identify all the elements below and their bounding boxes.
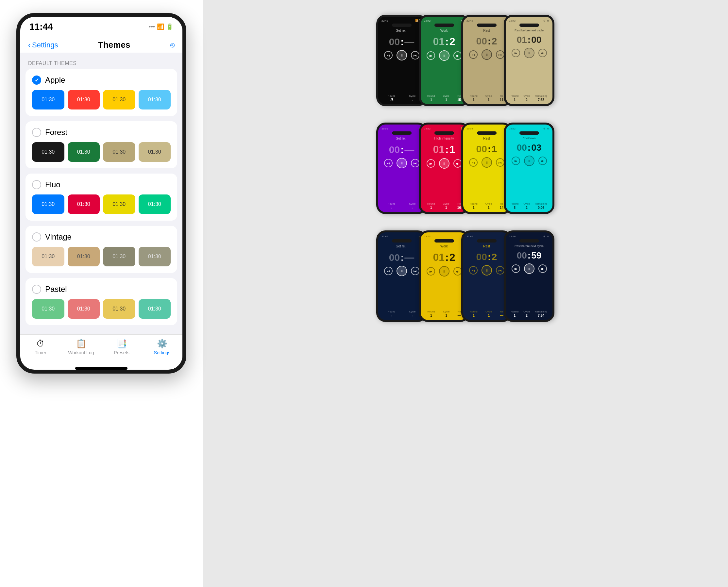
swatch-apple-4: 01:30 xyxy=(139,90,171,110)
pause-btn-r1p2[interactable]: ⏸ xyxy=(439,50,449,61)
back-btn-r1p3[interactable]: ⏮ xyxy=(469,50,477,59)
tab-presets[interactable]: 📑 Presets xyxy=(109,338,135,355)
back-btn-r3p4[interactable]: ⏮ xyxy=(512,264,520,273)
pause-btn-r1p3[interactable]: ⏸ xyxy=(482,49,492,60)
footer-r3p1: Round- Cycle- xyxy=(378,310,425,318)
pause-btn-r1p1[interactable]: ⏸ xyxy=(397,50,407,61)
pause-btn-r1p4[interactable]: ⏸ xyxy=(524,48,535,58)
swatch-forest-3: 01:30 xyxy=(103,142,135,162)
timer-r2p1: 00 : — xyxy=(381,144,422,155)
theme-card-vintage[interactable]: Vintage 01:30 01:30 01:30 01:30 xyxy=(25,226,177,273)
footer-r1p2: Round1 Cycle1 Re15 xyxy=(421,94,467,102)
fwd-btn-r3p1[interactable]: ⏭ xyxy=(411,267,419,275)
pause-btn-r3p3[interactable]: ⏸ xyxy=(482,265,492,276)
theme-title-row-pastel: Pastel xyxy=(32,285,171,294)
back-btn-r3p1[interactable]: ⏮ xyxy=(384,267,393,275)
back-btn-r2p4[interactable]: ⏮ xyxy=(512,157,520,165)
theme-card-fluo[interactable]: Fluo 01:30 01:30 01:30 01:30 xyxy=(25,173,177,220)
tab-workout-log[interactable]: 📋 Workout Log xyxy=(68,338,94,355)
nav-bar: ‹ Settings Themes ⎋ xyxy=(20,34,182,53)
swatch-vintage-1: 01:30 xyxy=(32,247,64,266)
theme-card-apple[interactable]: ✓ Apple 01:30 01:30 01:30 01:30 xyxy=(25,69,177,116)
back-btn-r2p2[interactable]: ⏮ xyxy=(427,159,435,168)
label-r3p1: Get re... xyxy=(381,244,422,248)
fwd-btn-r3p2[interactable]: ⏭ xyxy=(453,267,462,276)
footer-r1p1: Round-/3 Cycle- xyxy=(378,94,425,102)
timer-r2p4: 00 : 03 xyxy=(509,142,549,153)
footer-r3p4: Round1 Cycle2 Remaining7:54 xyxy=(506,310,553,318)
vintage-swatches: 01:30 01:30 01:30 01:30 xyxy=(32,247,171,266)
theme-name-fluo: Fluo xyxy=(45,180,61,189)
fwd-btn-r3p4[interactable]: ⏭ xyxy=(538,264,547,273)
fwd-btn-r1p1[interactable]: ⏭ xyxy=(411,51,419,60)
swatch-fluo-1: 01:30 xyxy=(32,194,64,214)
pause-btn-r2p2[interactable]: ⏸ xyxy=(439,158,449,169)
pause-btn-r3p1[interactable]: ⏸ xyxy=(397,266,407,276)
fwd-btn-r1p2[interactable]: ⏭ xyxy=(453,51,462,60)
theme-name-pastel: Pastel xyxy=(45,285,67,294)
back-btn-r3p3[interactable]: ⏮ xyxy=(469,266,477,275)
swatch-apple-3: 01:30 xyxy=(103,90,135,110)
settings-icon: ⚙️ xyxy=(157,338,167,349)
fwd-btn-r2p4[interactable]: ⏭ xyxy=(538,157,547,165)
label-r3p2: Work xyxy=(424,244,464,248)
back-btn-r1p2[interactable]: ⏮ xyxy=(427,51,435,60)
screen-r1p4: 22:43 ⊙⊗ Rest before next cycle 01 : 00 … xyxy=(506,17,553,104)
radio-fluo[interactable] xyxy=(32,180,41,189)
swatch-forest-2: 01:30 xyxy=(68,142,100,162)
back-btn-r1p1[interactable]: ⏮ xyxy=(384,51,393,60)
back-button[interactable]: ‹ Settings xyxy=(28,41,58,50)
back-btn-r1p4[interactable]: ⏮ xyxy=(512,49,520,57)
swatch-vintage-3: 01:30 xyxy=(103,247,135,266)
notch-r2p1 xyxy=(392,132,412,135)
phone-row-3: 22:46●● Get re... 00 : — ⏮ ⏸ ⏭ Round- Cy… xyxy=(212,226,718,327)
share-icon[interactable]: ⎋ xyxy=(170,41,174,49)
swatch-pastel-2: 01:30 xyxy=(68,299,100,319)
pause-btn-r3p4[interactable]: ⏸ xyxy=(524,263,535,274)
timer-r3p1: 00 : — xyxy=(381,252,422,263)
pastel-swatches: 01:30 01:30 01:30 01:30 xyxy=(32,299,171,319)
tab-settings[interactable]: ⚙️ Settings xyxy=(149,338,175,355)
pause-btn-r2p4[interactable]: ⏸ xyxy=(524,156,535,166)
screen-r3p1: 22:46●● Get re... 00 : — ⏮ ⏸ ⏭ Round- Cy… xyxy=(378,232,425,320)
screen-r1p2: 22:42 ●● Work 01 : 2 ⏮ ⏸ ⏭ Round1 Cycle xyxy=(421,17,467,104)
fwd-btn-r3p3[interactable]: ⏭ xyxy=(496,266,504,275)
footer-r2p1: Round- Cycle- xyxy=(378,202,425,210)
timer-r1p3: 00 : 2 xyxy=(467,36,507,47)
radio-vintage[interactable] xyxy=(32,232,41,241)
radio-pastel[interactable] xyxy=(32,285,41,294)
radio-forest[interactable] xyxy=(32,128,41,137)
theme-card-forest[interactable]: Forest 01:30 01:30 01:30 01:30 xyxy=(25,121,177,168)
tab-settings-label: Settings xyxy=(154,350,171,355)
fwd-btn-r2p1[interactable]: ⏭ xyxy=(411,159,419,167)
wifi-icon: 📶 xyxy=(157,23,164,30)
footer-r3p3: Round1 Cycle1 Re— xyxy=(463,310,510,318)
status-r3p3: 22:46● xyxy=(467,235,507,238)
back-btn-r2p3[interactable]: ⏮ xyxy=(469,158,477,167)
fwd-btn-r2p2[interactable]: ⏭ xyxy=(453,159,462,168)
controls-r1p1: ⏮ ⏸ ⏭ xyxy=(381,50,422,61)
theme-card-pastel[interactable]: Pastel 01:30 01:30 01:30 01:30 xyxy=(25,278,177,325)
pause-btn-r2p3[interactable]: ⏸ xyxy=(482,157,492,168)
status-r1p1: 22:41 📶🔋 xyxy=(381,19,422,22)
notch-r3p3 xyxy=(477,239,497,242)
pause-btn-r3p2[interactable]: ⏸ xyxy=(439,266,449,277)
back-btn-r2p1[interactable]: ⏮ xyxy=(384,159,393,167)
fwd-btn-r1p3[interactable]: ⏭ xyxy=(496,50,504,59)
fwd-btn-r2p3[interactable]: ⏭ xyxy=(496,158,504,167)
swatch-forest-4: 01:30 xyxy=(139,142,171,162)
iphone-frame: 11:44 ••• 📶 🔋 ‹ Settings Themes ⎋ DEFAUL… xyxy=(16,13,186,374)
controls-r3p4: ⏮ ⏸ ⏭ xyxy=(509,263,549,274)
status-r2p3: 15:52● xyxy=(467,127,507,130)
timer-r3p2: 01 : 2 xyxy=(424,251,464,263)
back-btn-r3p2[interactable]: ⏮ xyxy=(427,267,435,276)
tab-timer[interactable]: ⏱ Timer xyxy=(27,338,54,355)
right-panel: 22:41 📶🔋 Get re... 00 : — ⏮ ⏸ ⏭ Round-/3 xyxy=(203,0,728,587)
label-r2p1: Get re... xyxy=(381,137,422,140)
notch-r2p2 xyxy=(435,132,454,135)
pause-btn-r2p1[interactable]: ⏸ xyxy=(397,158,407,168)
radio-apple[interactable]: ✓ xyxy=(32,75,41,85)
swatch-vintage-2: 01:30 xyxy=(68,247,100,266)
workout-log-icon: 📋 xyxy=(76,338,86,349)
fwd-btn-r1p4[interactable]: ⏭ xyxy=(538,49,547,57)
